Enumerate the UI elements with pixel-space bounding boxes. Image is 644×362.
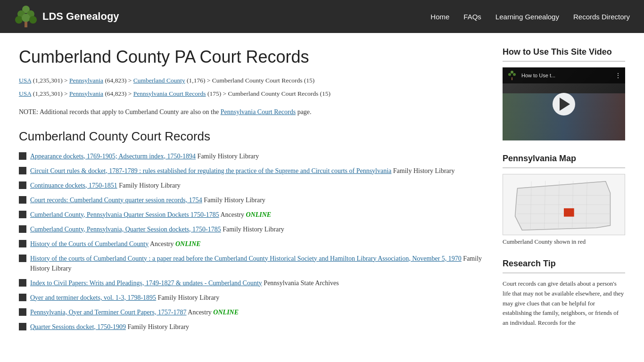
record-link[interactable]: History of the Courts of Cumberland Coun…: [30, 240, 149, 247]
bullet-icon: [19, 211, 26, 218]
nav-faqs[interactable]: FAQs: [463, 13, 481, 21]
list-item: Cumberland County, Pennsylvania, Quarter…: [19, 224, 484, 234]
logo-text: LDS Genealogy: [42, 10, 119, 23]
tip-divider: [503, 272, 625, 273]
svg-rect-6: [25, 22, 27, 27]
pa-map: [503, 174, 625, 235]
research-tip-section: Research Tip Court records can give deta…: [503, 259, 625, 328]
online-badge: ONLINE: [175, 240, 201, 247]
svg-point-5: [29, 16, 37, 24]
bc1-pennsylvania[interactable]: Pennsylvania: [69, 77, 103, 84]
bullet-icon: [19, 294, 26, 301]
record-source: Ancestry: [219, 211, 246, 218]
video-options-icon[interactable]: ⋮: [615, 72, 621, 79]
video-logo-icon: [506, 70, 518, 81]
svg-rect-21: [564, 208, 574, 217]
list-item: History of the Courts of Cumberland Coun…: [19, 239, 484, 249]
video-divider: [503, 61, 625, 62]
record-link[interactable]: Court records: Cumberland County quarter…: [30, 197, 202, 204]
list-item: Circuit Court rules & docket, 1787-1789 …: [19, 166, 484, 176]
map-section-title: Pennsylvania Map: [503, 154, 625, 164]
video-title-text: How to Use t...: [521, 73, 555, 78]
video-section-title: How to Use This Site Video: [503, 47, 625, 57]
record-link[interactable]: Pennsylvania, Oyer and Terminer Court Pa…: [30, 309, 187, 316]
map-divider: [503, 167, 625, 168]
pa-court-records-link[interactable]: Pennsylvania Court Records: [221, 108, 296, 115]
bc2-pennsylvania[interactable]: Pennsylvania: [69, 90, 103, 97]
bullet-icon: [19, 152, 26, 160]
record-link[interactable]: History of the courts of Cumberland Coun…: [30, 255, 462, 262]
map-section: Pennsylvania Map: [503, 154, 625, 246]
record-source: Family History Library: [156, 294, 219, 301]
record-link[interactable]: Cumberland County, Pennsylvania, Quarter…: [30, 226, 221, 233]
logo-tree-icon: [14, 5, 38, 28]
record-source: Ancestry: [187, 309, 214, 316]
logo-area[interactable]: LDS Genealogy: [14, 5, 119, 28]
record-source: Family History Library: [221, 226, 284, 233]
pa-map-svg: [503, 174, 625, 235]
bullet-icon: [19, 279, 26, 287]
video-thumbnail[interactable]: How to Use t... ⋮: [503, 67, 625, 140]
svg-rect-10: [512, 77, 512, 80]
record-link[interactable]: Quarter Sessions docket, 1750-1909: [30, 323, 126, 330]
page-title: Cumberland County PA Court Records: [19, 47, 484, 67]
main-nav: Home FAQs Learning Genealogy Records Dir…: [430, 13, 630, 21]
svg-point-4: [22, 14, 30, 22]
record-source: Family History Library: [391, 167, 454, 174]
bc1-cumberland[interactable]: Cumberland County: [133, 77, 185, 84]
record-source: Pennsylvania State Archives: [262, 280, 339, 287]
list-item: Court records: Cumberland County quarter…: [19, 195, 484, 205]
sidebar: How to Use This Site Video: [503, 47, 625, 341]
breadcrumb-2: USA (1,235,301) > Pennsylvania (64,823) …: [19, 89, 484, 99]
bc1-usa[interactable]: USA: [19, 77, 31, 84]
list-item: Quarter Sessions docket, 1750-1909 Famil…: [19, 322, 484, 332]
note-block: NOTE: Additional records that apply to C…: [19, 107, 484, 117]
record-link[interactable]: Continuance dockets, 1750-1851: [30, 182, 117, 189]
research-tip-text: Court records can give details about a p…: [503, 279, 625, 328]
breadcrumb-1: USA (1,235,301) > Pennsylvania (64,823) …: [19, 75, 484, 86]
nav-learning[interactable]: Learning Genealogy: [495, 13, 559, 21]
bc2-pa-court[interactable]: Pennsylvania Court Records: [133, 90, 206, 97]
bc2-usa[interactable]: USA: [19, 90, 31, 97]
map-caption: Cumberland County shown in red: [503, 238, 625, 246]
record-link[interactable]: Oyer and terminer dockets, vol. 1-3, 179…: [30, 294, 156, 301]
nav-home[interactable]: Home: [430, 13, 449, 21]
svg-point-8: [508, 73, 511, 76]
record-link[interactable]: Circuit Court rules & docket, 1787-1789 …: [30, 167, 391, 174]
nav-records-dir[interactable]: Records Directory: [573, 13, 630, 21]
play-button[interactable]: [553, 93, 575, 115]
list-item: Cumberland County, Pennsylvania Quarter …: [19, 210, 484, 220]
bullet-icon: [19, 225, 26, 233]
record-source: Family History Library: [117, 182, 181, 189]
svg-marker-11: [515, 181, 611, 230]
list-item: History of the courts of Cumberland Coun…: [19, 254, 484, 273]
bullet-icon: [19, 167, 26, 174]
record-source: Family History Library: [196, 153, 259, 160]
list-item: Oyer and terminer dockets, vol. 1-3, 179…: [19, 293, 484, 303]
online-badge: ONLINE: [246, 211, 272, 218]
bullet-icon: [19, 181, 26, 189]
video-section: How to Use This Site Video: [503, 47, 625, 140]
svg-point-9: [513, 73, 516, 76]
bullet-icon: [19, 196, 26, 204]
record-source: Family History Library: [126, 323, 189, 330]
record-source: Ancestry: [149, 240, 175, 247]
record-link[interactable]: Cumberland County, Pennsylvania Quarter …: [30, 211, 219, 218]
list-item: Appearance dockets, 1769-1905; Adsecturm…: [19, 151, 484, 161]
bullet-icon: [19, 240, 26, 247]
online-badge: ONLINE: [213, 309, 239, 316]
record-link[interactable]: Appearance dockets, 1769-1905; Adsecturm…: [30, 153, 196, 160]
records-list: Appearance dockets, 1769-1905; Adsecturm…: [19, 151, 484, 332]
list-item: Continuance dockets, 1750-1851 Family Hi…: [19, 181, 484, 190]
list-item: Pennsylvania, Oyer and Terminer Court Pa…: [19, 307, 484, 317]
bullet-icon: [19, 323, 26, 330]
bullet-icon: [19, 308, 26, 316]
video-top-bar: How to Use t... ⋮: [503, 67, 625, 83]
svg-point-7: [511, 71, 513, 74]
svg-point-3: [15, 16, 23, 24]
section-title: Cumberland County Court Records: [19, 129, 484, 144]
record-link[interactable]: Index to Civil Papers: Writs and Pleadin…: [30, 280, 262, 287]
list-item: Index to Civil Papers: Writs and Pleadin…: [19, 278, 484, 288]
record-source: Family History Library: [202, 197, 265, 204]
bullet-icon: [19, 255, 26, 262]
